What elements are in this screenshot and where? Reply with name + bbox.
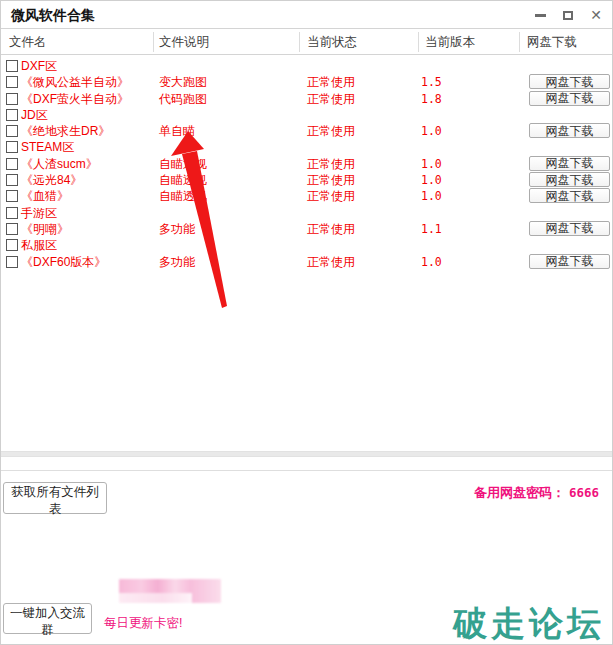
backup-password-value: 6666 xyxy=(569,485,599,500)
row-checkbox[interactable] xyxy=(6,60,18,72)
row-version: 1.5 xyxy=(421,74,442,90)
row-status: 正常使用 xyxy=(307,123,355,139)
row-version: 1.0 xyxy=(421,172,442,188)
join-group-button[interactable]: 一键加入交流群 xyxy=(3,603,92,634)
download-button[interactable]: 网盘下载 xyxy=(529,91,610,106)
table-row[interactable]: 《DXF60版本》多功能正常使用1.0网盘下载 xyxy=(1,254,613,270)
close-button[interactable]: ✕ xyxy=(586,7,606,23)
close-icon: ✕ xyxy=(590,8,602,22)
column-divider xyxy=(418,32,419,52)
row-version: 1.1 xyxy=(421,221,442,237)
column-header-filename: 文件名 xyxy=(9,34,47,51)
column-header-status: 当前状态 xyxy=(307,34,357,51)
table-row[interactable]: 《明嘲》多功能正常使用1.1网盘下载 xyxy=(1,221,613,237)
title-bar: 微风软件合集 ✕ xyxy=(1,1,612,28)
row-filename: 私服区 xyxy=(21,237,57,253)
backup-password-label: 备用网盘密码： xyxy=(474,485,565,500)
download-button[interactable]: 网盘下载 xyxy=(529,156,610,171)
row-version: 1.0 xyxy=(421,123,442,139)
row-checkbox[interactable] xyxy=(6,239,18,251)
row-description: 自瞄透视 xyxy=(159,188,207,204)
row-filename: STEAM区 xyxy=(21,139,74,155)
maximize-icon xyxy=(563,11,573,20)
table-row[interactable]: 《血猎》自瞄透视正常使用1.0网盘下载 xyxy=(1,188,613,204)
horizontal-scrollbar[interactable] xyxy=(1,451,613,457)
row-checkbox[interactable] xyxy=(6,76,18,88)
row-description: 自瞄透视 xyxy=(159,156,207,172)
download-button[interactable]: 网盘下载 xyxy=(529,254,610,269)
table-row[interactable]: JD区 xyxy=(1,107,613,123)
redacted-area xyxy=(119,579,221,603)
row-description: 代码跑图 xyxy=(159,91,207,107)
table-body: DXF区《微风公益半自动》变大跑图正常使用1.5网盘下载《DXF萤火半自动》代码… xyxy=(1,58,613,270)
table-row[interactable]: 《微风公益半自动》变大跑图正常使用1.5网盘下载 xyxy=(1,74,613,90)
row-checkbox[interactable] xyxy=(6,93,18,105)
row-checkbox[interactable] xyxy=(6,125,18,137)
row-checkbox[interactable] xyxy=(6,207,18,219)
row-version: 1.0 xyxy=(421,254,442,270)
download-button[interactable]: 网盘下载 xyxy=(529,172,610,187)
row-filename: 《绝地求生DR》 xyxy=(21,123,110,139)
row-version: 1.0 xyxy=(421,156,442,172)
download-button[interactable]: 网盘下载 xyxy=(529,188,610,203)
row-description: 自瞄透视 xyxy=(159,172,207,188)
column-divider xyxy=(299,32,300,52)
minimize-icon xyxy=(535,14,546,17)
row-filename: 《明嘲》 xyxy=(21,221,69,237)
table-row[interactable]: 《DXF萤火半自动》代码跑图正常使用1.8网盘下载 xyxy=(1,91,613,107)
file-table: 文件名 文件说明 当前状态 当前版本 网盘下载 DXF区《微风公益半自动》变大跑… xyxy=(1,28,613,471)
table-row[interactable]: 《人渣sucm》自瞄透视正常使用1.0网盘下载 xyxy=(1,156,613,172)
row-filename: 《远光84》 xyxy=(21,172,82,188)
column-header-description: 文件说明 xyxy=(159,34,209,51)
column-divider xyxy=(519,32,520,52)
app-window: 微风软件合集 ✕ 文件名 文件说明 当前状态 当前版本 网盘下载 DXF区《微风… xyxy=(0,0,613,645)
row-version: 1.8 xyxy=(421,91,442,107)
table-row[interactable]: 《远光84》自瞄透视正常使用1.0网盘下载 xyxy=(1,172,613,188)
row-status: 正常使用 xyxy=(307,172,355,188)
row-filename: JD区 xyxy=(21,107,48,123)
row-filename: DXF区 xyxy=(21,58,57,74)
backup-password: 备用网盘密码：6666 xyxy=(474,484,599,502)
row-checkbox[interactable] xyxy=(6,174,18,186)
row-description: 多功能 xyxy=(159,254,195,270)
row-filename: 手游区 xyxy=(21,205,57,221)
download-button[interactable]: 网盘下载 xyxy=(529,74,610,89)
row-checkbox[interactable] xyxy=(6,109,18,121)
row-status: 正常使用 xyxy=(307,188,355,204)
row-description: 单自瞄 xyxy=(159,123,195,139)
row-checkbox[interactable] xyxy=(6,158,18,170)
download-button[interactable]: 网盘下载 xyxy=(529,221,610,236)
get-file-list-button[interactable]: 获取所有文件列表 xyxy=(3,482,107,514)
row-status: 正常使用 xyxy=(307,74,355,90)
table-row[interactable]: STEAM区 xyxy=(1,139,613,155)
row-filename: 《血猎》 xyxy=(21,188,69,204)
maximize-button[interactable] xyxy=(558,7,578,23)
column-header-download: 网盘下载 xyxy=(527,34,577,51)
row-checkbox[interactable] xyxy=(6,141,18,153)
table-row[interactable]: DXF区 xyxy=(1,58,613,74)
table-row[interactable]: 私服区 xyxy=(1,237,613,253)
row-checkbox[interactable] xyxy=(6,223,18,235)
column-divider xyxy=(153,32,154,52)
row-checkbox[interactable] xyxy=(6,256,18,268)
row-status: 正常使用 xyxy=(307,254,355,270)
row-filename: 《DXF萤火半自动》 xyxy=(21,91,129,107)
forum-watermark: 破走论坛 xyxy=(453,601,605,645)
table-row[interactable]: 《绝地求生DR》单自瞄正常使用1.0网盘下载 xyxy=(1,123,613,139)
row-filename: 《人渣sucm》 xyxy=(21,156,98,172)
download-button[interactable]: 网盘下载 xyxy=(529,123,610,138)
row-status: 正常使用 xyxy=(307,221,355,237)
row-filename: 《微风公益半自动》 xyxy=(21,74,129,90)
table-row[interactable]: 手游区 xyxy=(1,205,613,221)
row-filename: 《DXF60版本》 xyxy=(21,254,106,270)
column-header-version: 当前版本 xyxy=(425,34,475,51)
row-description: 变大跑图 xyxy=(159,74,207,90)
row-status: 正常使用 xyxy=(307,91,355,107)
window-title: 微风软件合集 xyxy=(11,7,95,25)
row-status: 正常使用 xyxy=(307,156,355,172)
row-description: 多功能 xyxy=(159,221,195,237)
row-checkbox[interactable] xyxy=(6,190,18,202)
table-header: 文件名 文件说明 当前状态 当前版本 网盘下载 xyxy=(1,29,613,55)
minimize-button[interactable] xyxy=(530,7,550,23)
daily-update-text: 每日更新卡密! xyxy=(104,615,182,632)
